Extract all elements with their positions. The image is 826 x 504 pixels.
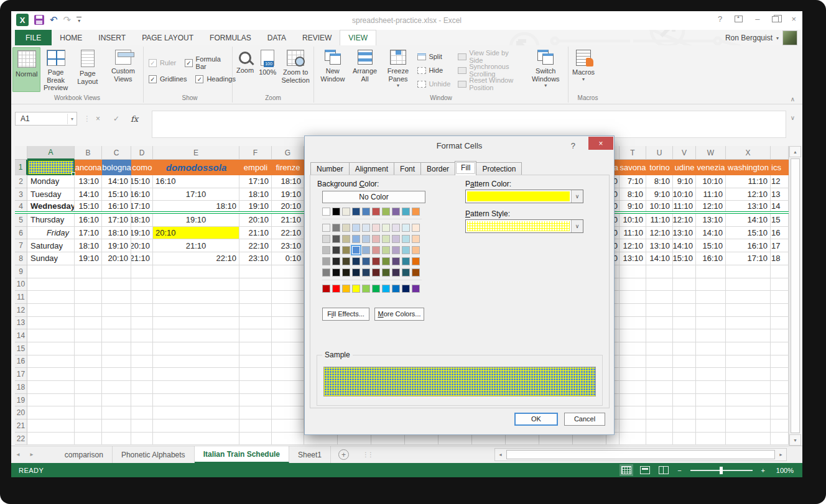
select-all-corner[interactable] <box>15 146 27 160</box>
time-cell[interactable]: 23:10 <box>272 239 304 252</box>
cell[interactable] <box>75 304 102 317</box>
palette-swatch[interactable] <box>362 208 370 216</box>
cell[interactable] <box>726 304 771 317</box>
cell[interactable] <box>153 342 239 355</box>
cell[interactable] <box>726 355 771 369</box>
cell[interactable] <box>620 381 646 394</box>
cell[interactable] <box>272 278 304 291</box>
scroll-up-icon[interactable]: ▲ <box>789 146 801 157</box>
palette-swatch[interactable] <box>392 257 400 265</box>
save-icon[interactable] <box>34 15 44 25</box>
time-cell[interactable]: 13:10 <box>75 175 102 188</box>
palette-swatch[interactable] <box>382 246 390 254</box>
cell[interactable] <box>696 433 726 446</box>
cell[interactable] <box>239 278 272 291</box>
cell[interactable] <box>75 433 102 446</box>
cell[interactable] <box>272 329 304 342</box>
time-cell[interactable]: 10:10 <box>620 214 646 227</box>
row-header-18[interactable]: 18 <box>15 381 27 394</box>
column-header-A[interactable]: A <box>27 146 75 160</box>
gridlines-checkbox[interactable]: ✓Gridlines <box>149 71 187 87</box>
time-cell[interactable]: 9:10 <box>646 188 673 201</box>
palette-swatch[interactable] <box>412 235 420 243</box>
cell[interactable] <box>272 419 304 433</box>
cell[interactable] <box>131 394 153 407</box>
vertical-scrollbar[interactable]: ▲ ▼ <box>789 146 801 446</box>
palette-swatch[interactable] <box>382 268 390 277</box>
cell[interactable] <box>646 342 673 355</box>
time-cell[interactable]: 16:10 <box>102 201 131 211</box>
cell[interactable] <box>27 419 75 433</box>
row-header-15[interactable]: 15 <box>15 342 27 355</box>
palette-swatch[interactable] <box>352 235 360 243</box>
cell[interactable] <box>771 394 789 407</box>
palette-swatch[interactable] <box>342 246 350 254</box>
time-cell[interactable]: 19:10 <box>272 188 304 201</box>
cell[interactable] <box>102 406 131 419</box>
palette-swatch[interactable] <box>322 224 330 232</box>
cell[interactable] <box>153 368 239 381</box>
palette-swatch[interactable] <box>342 208 350 216</box>
city-header[interactable]: empoli <box>239 160 272 175</box>
tab-bar-grip[interactable]: ⋮⋮ <box>363 451 373 458</box>
cell[interactable] <box>153 381 239 394</box>
column-header-V[interactable]: V <box>673 146 696 160</box>
cell[interactable] <box>153 304 239 317</box>
cell[interactable] <box>726 317 771 330</box>
cell[interactable] <box>620 433 646 446</box>
palette-swatch[interactable] <box>392 268 400 277</box>
cell[interactable] <box>646 355 673 369</box>
dialog-tab-border[interactable]: Border <box>420 162 455 175</box>
palette-swatch[interactable] <box>322 246 330 254</box>
cell[interactable] <box>673 342 696 355</box>
formula-input[interactable] <box>152 111 786 138</box>
palette-swatch[interactable] <box>392 208 400 216</box>
palette-swatch[interactable] <box>372 285 380 293</box>
cell[interactable] <box>696 355 726 369</box>
time-cell[interactable]: 18:10 <box>131 214 153 227</box>
cell[interactable] <box>646 433 673 446</box>
time-cell[interactable]: 12:10 <box>673 214 696 227</box>
cell[interactable] <box>75 394 102 407</box>
time-cell[interactable]: 11:10 <box>696 188 726 201</box>
day-cell[interactable]: Thursday <box>27 214 75 227</box>
cell[interactable] <box>27 265 75 278</box>
tab-insert[interactable]: INSERT <box>90 30 134 45</box>
time-cell[interactable]: 18:10 <box>75 239 102 252</box>
palette-swatch[interactable] <box>362 224 370 232</box>
time-cell-partial[interactable]: 14 <box>771 201 789 211</box>
time-cell[interactable]: 11:10 <box>646 214 673 227</box>
page-break-status-icon[interactable] <box>659 466 669 474</box>
palette-swatch[interactable] <box>402 208 410 216</box>
cell[interactable] <box>673 317 696 330</box>
palette-swatch[interactable] <box>322 285 330 293</box>
palette-swatch[interactable] <box>392 224 400 232</box>
cell[interactable] <box>771 368 789 381</box>
tab-page-layout[interactable]: PAGE LAYOUT <box>134 30 202 45</box>
time-cell[interactable]: 8:10 <box>620 188 646 201</box>
palette-swatch[interactable] <box>352 246 360 254</box>
cell[interactable] <box>239 381 272 394</box>
time-cell[interactable]: 14:10 <box>102 175 131 188</box>
sheet-tab-comparison[interactable]: comparison <box>56 446 113 463</box>
cell[interactable] <box>272 406 304 419</box>
tab-review[interactable]: REVIEW <box>294 30 340 45</box>
cell[interactable] <box>75 406 102 419</box>
cell[interactable] <box>673 368 696 381</box>
palette-swatch[interactable] <box>332 224 340 232</box>
cell[interactable] <box>771 329 789 342</box>
palette-swatch[interactable] <box>342 257 350 265</box>
vertical-scrollbar-thumb[interactable] <box>791 158 800 433</box>
cell[interactable] <box>102 291 131 304</box>
cell[interactable] <box>272 368 304 381</box>
cell[interactable] <box>646 304 673 317</box>
city-header[interactable]: venezia <box>696 160 726 175</box>
cell[interactable] <box>696 291 726 304</box>
row-header-14[interactable]: 14 <box>15 329 27 342</box>
row-header-20[interactable]: 20 <box>15 406 27 419</box>
cell[interactable] <box>771 355 789 369</box>
normal-view-status-icon[interactable] <box>621 466 631 474</box>
time-cell[interactable]: 12:10 <box>696 201 726 211</box>
time-cell[interactable]: 21:10 <box>272 214 304 227</box>
cell[interactable] <box>771 278 789 291</box>
